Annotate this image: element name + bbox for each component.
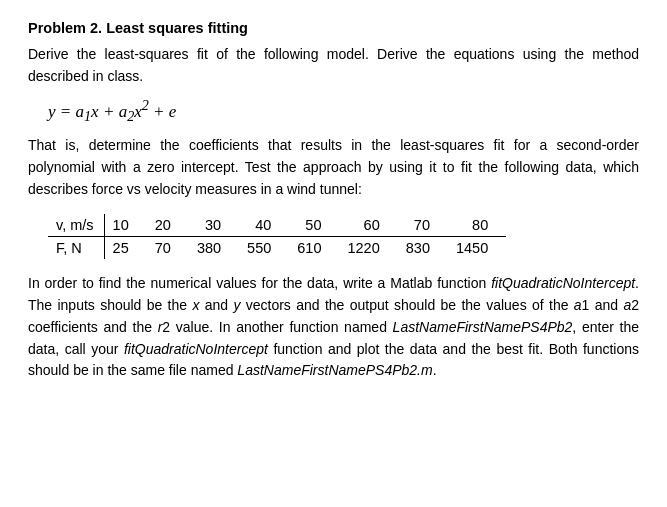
table-cell-v8: 80 [448,214,506,237]
table-header-f: F, N [48,237,104,260]
function-name-ref: fitQuadraticNoIntercept [124,341,268,357]
table-cell-v6: 60 [339,214,397,237]
table-cell-f3: 380 [189,237,239,260]
table-row-header: v, m/s 10 20 30 40 50 60 70 80 [48,214,506,237]
problem-container: Problem 2. Least squares fitting Derive … [28,20,639,382]
var-r2: r [158,319,163,335]
problem-title: Problem 2. Least squares fitting [28,20,639,36]
intro-paragraph: Derive the least-squares fit of the foll… [28,44,639,87]
var-a1: a [574,297,582,313]
table-cell-v4: 40 [239,214,289,237]
table-cell-f2: 70 [147,237,189,260]
table-cell-f4: 550 [239,237,289,260]
table-cell-v1: 10 [104,214,147,237]
table-cell-f5: 610 [289,237,339,260]
table-cell-v2: 20 [147,214,189,237]
filename: LastNameFirstNamePS4Pb2.m [237,362,432,378]
bottom-paragraph: In order to find the numerical values fo… [28,273,639,381]
equation: y = a1x + a2x2 + e [48,97,176,125]
data-table: v, m/s 10 20 30 40 50 60 70 80 F, N 25 7… [48,214,506,259]
var-y: y [233,297,240,313]
table-cell-f8: 1450 [448,237,506,260]
description-paragraph: That is, determine the coefficients that… [28,135,639,200]
table-cell-v3: 30 [189,214,239,237]
table-row-force: F, N 25 70 380 550 610 1220 830 1450 [48,237,506,260]
var-x: x [192,297,199,313]
table-header-v: v, m/s [48,214,104,237]
table-cell-f1: 25 [104,237,147,260]
table-cell-v7: 70 [398,214,448,237]
function-name-2: LastNameFirstNamePS4Pb2 [393,319,573,335]
var-a2: a [623,297,631,313]
table-cell-f6: 1220 [339,237,397,260]
equation-block: y = a1x + a2x2 + e [48,97,639,125]
table-cell-f7: 830 [398,237,448,260]
table-cell-v5: 50 [289,214,339,237]
function-name-1: fitQuadraticNoIntercept [491,275,635,291]
